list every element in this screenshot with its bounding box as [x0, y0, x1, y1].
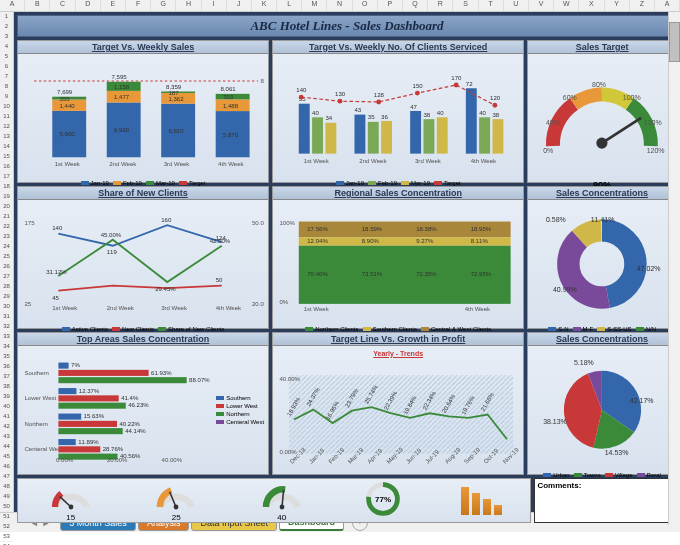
svg-rect-48: [410, 111, 421, 154]
svg-text:40.99%: 40.99%: [553, 286, 577, 293]
svg-text:25: 25: [24, 301, 31, 307]
svg-text:35: 35: [368, 114, 375, 120]
svg-text:72: 72: [466, 81, 473, 87]
svg-text:0%: 0%: [280, 299, 289, 305]
svg-rect-50: [424, 119, 435, 154]
svg-text:120: 120: [490, 95, 501, 101]
svg-text:40.00%: 40.00%: [280, 376, 301, 382]
panel-header: Target Vs. Weekly No. Of Clients Service…: [273, 41, 523, 54]
svg-text:175: 175: [24, 220, 35, 226]
svg-text:42.17%: 42.17%: [630, 397, 654, 404]
svg-text:140: 140: [52, 225, 63, 231]
comments-label: Comments:: [537, 481, 581, 490]
comments-box[interactable]: Comments:: [534, 478, 677, 523]
svg-text:0%: 0%: [543, 147, 553, 154]
svg-text:12.37%: 12.37%: [79, 388, 100, 394]
svg-text:88.07%: 88.07%: [189, 377, 210, 383]
svg-text:40.22%: 40.22%: [119, 420, 140, 426]
column-headers: ABCDEFGHIJKLMNOPQRSTUVWXYZA: [0, 0, 680, 12]
panel-header: Sales Concentrations: [528, 333, 676, 346]
svg-text:0.00%: 0.00%: [56, 457, 74, 463]
svg-text:8.90%: 8.90%: [362, 238, 380, 244]
vertical-scrollbar[interactable]: [668, 12, 680, 525]
svg-rect-57: [479, 117, 490, 153]
svg-text:46.23%: 46.23%: [128, 402, 149, 408]
svg-text:703: 703: [223, 94, 234, 100]
svg-text:Southern: Southern: [24, 369, 49, 375]
svg-line-74: [602, 118, 641, 143]
svg-text:2nd Week: 2nd Week: [107, 305, 135, 311]
gauge-value: 25: [152, 513, 200, 522]
mini-gauge-2: 25: [152, 479, 200, 522]
svg-text:2nd Week: 2nd Week: [109, 161, 137, 167]
svg-text:80%: 80%: [592, 81, 606, 88]
svg-rect-158: [289, 375, 513, 454]
svg-text:100%: 100%: [623, 94, 641, 101]
row-headers: 1234567891011121314151617181920212223242…: [0, 12, 14, 512]
svg-text:45: 45: [52, 295, 59, 301]
mini-gauge-1: 15: [47, 479, 95, 522]
svg-text:70.40%: 70.40%: [307, 271, 328, 277]
panel-target-weekly-sales: Target Vs. Weekly Sales 5,9001,4403557,6…: [17, 40, 269, 183]
svg-rect-151: [58, 446, 100, 452]
svg-rect-45: [381, 121, 392, 154]
svg-rect-52: [437, 117, 448, 153]
svg-rect-139: [58, 402, 125, 408]
svg-rect-36: [312, 117, 323, 153]
panel-header: Share of New Clients: [18, 187, 268, 200]
svg-text:72.95%: 72.95%: [471, 271, 492, 277]
svg-rect-144: [58, 421, 117, 427]
svg-text:3rd Week: 3rd Week: [164, 161, 191, 167]
svg-text:170: 170: [451, 75, 462, 81]
legend: Southern Lower West Northern Centeral We…: [216, 350, 264, 470]
svg-rect-59: [493, 119, 504, 154]
svg-text:1st Week: 1st Week: [52, 305, 78, 311]
svg-rect-43: [368, 122, 379, 154]
line-chart: 17525 50.00%20.00% 140119 160124 4550 31…: [22, 204, 264, 324]
panel-header: Sales Target: [528, 41, 676, 54]
mini-bars-icon: [461, 485, 502, 515]
svg-text:8,200: 8,200: [260, 78, 264, 84]
svg-point-191: [174, 504, 179, 509]
svg-text:1,477: 1,477: [114, 94, 130, 100]
panel-sales-target-gauge: Sales Target 0% 40% 60% 80% 100%: [527, 40, 677, 183]
svg-rect-34: [299, 104, 310, 154]
gauge-chart: 0% 40% 60% 80% 100% 110% 120%: [532, 58, 672, 178]
svg-text:17.56%: 17.56%: [307, 226, 328, 232]
svg-text:40.00%: 40.00%: [162, 457, 183, 463]
svg-text:120%: 120%: [647, 147, 665, 154]
svg-text:1,158: 1,158: [114, 84, 130, 90]
svg-text:14.53%: 14.53%: [605, 448, 629, 455]
svg-text:72.35%: 72.35%: [416, 271, 437, 277]
svg-text:3rd Week: 3rd Week: [415, 158, 442, 164]
svg-rect-135: [58, 388, 76, 394]
gauge-value: 15: [47, 513, 95, 522]
svg-text:20.00%: 20.00%: [107, 457, 128, 463]
donut-chart: 47.02% 40.99% 11.41% 0.58%: [532, 204, 672, 324]
svg-text:6,810: 6,810: [168, 128, 184, 134]
yearly-trends-label: Yearly - Trends: [277, 350, 519, 357]
svg-text:4th Week: 4th Week: [216, 305, 242, 311]
svg-text:7%: 7%: [71, 362, 80, 368]
svg-rect-137: [58, 395, 118, 401]
svg-text:6,960: 6,960: [114, 127, 130, 133]
svg-text:130: 130: [335, 91, 346, 97]
svg-rect-142: [58, 413, 81, 419]
svg-text:50: 50: [216, 277, 223, 283]
svg-text:1st Week: 1st Week: [55, 161, 81, 167]
svg-text:12.04%: 12.04%: [307, 238, 328, 244]
svg-text:7,699: 7,699: [57, 89, 73, 95]
svg-text:0.58%: 0.58%: [546, 216, 566, 223]
panel-regional-concentration: Regional Sales Concentration 100%0% 17.5…: [272, 186, 524, 329]
stacked-area-chart: 100%0% 17.56%18.59% 18.38%18.95% 12.04%8…: [277, 204, 519, 324]
panel-mini-gauges: 15 25 40 77%: [17, 478, 531, 523]
svg-text:77%: 77%: [375, 495, 391, 504]
svg-text:150: 150: [413, 83, 424, 89]
svg-text:40: 40: [312, 110, 319, 116]
svg-text:1,362: 1,362: [168, 96, 184, 102]
svg-text:2nd Week: 2nd Week: [359, 158, 387, 164]
svg-rect-130: [58, 370, 148, 376]
svg-text:42.50%: 42.50%: [210, 238, 231, 244]
svg-text:18.38%: 18.38%: [416, 226, 437, 232]
panel-header: Target Line Vs. Growth in Profit: [273, 333, 523, 346]
